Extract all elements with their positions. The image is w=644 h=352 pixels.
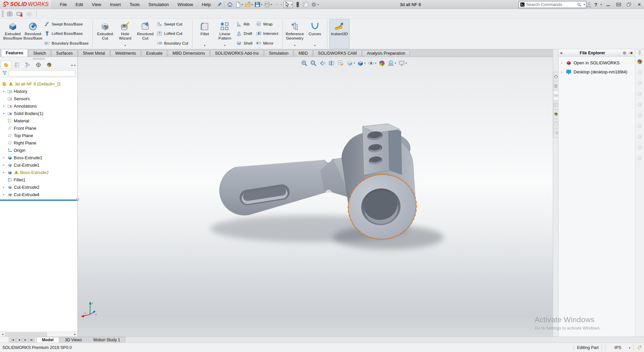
file-properties-button[interactable] bbox=[302, 1, 310, 8]
dynamic-annotation-button[interactable]: A bbox=[337, 59, 344, 67]
scroll-left-arrow[interactable]: ◄ bbox=[0, 333, 5, 336]
options-gear-button[interactable]: ▾ bbox=[310, 1, 319, 8]
edge-tool-button[interactable] bbox=[637, 134, 643, 141]
search-input[interactable] bbox=[526, 2, 576, 7]
scroll-thumb[interactable] bbox=[5, 333, 47, 336]
file-explorer-item-desktop-desktop-nm189t4[interactable]: ›Desktop (desktop-nm189t4) bbox=[558, 67, 635, 76]
panel-tab-feature-manager[interactable] bbox=[1, 61, 11, 68]
linear-pattern-button[interactable]: Linear Pattern▾ bbox=[215, 19, 235, 49]
prev-sheet-button[interactable]: ◀ bbox=[16, 338, 22, 342]
menu-tools[interactable]: Tools bbox=[125, 1, 144, 8]
dropdown-caret[interactable]: ▾ bbox=[364, 62, 366, 65]
edge-tool-button[interactable] bbox=[637, 91, 643, 98]
view-tab-3d-views[interactable]: 3D Views bbox=[60, 337, 87, 343]
panel-horizontal-scrollbar[interactable]: ◄ ► bbox=[0, 332, 77, 337]
extruded-cut-button[interactable]: Extruded Cut bbox=[95, 19, 115, 49]
lofted-boss-base-button[interactable]: Lofted Boss/Base bbox=[44, 31, 89, 37]
edge-tool-button[interactable] bbox=[637, 155, 643, 162]
revolved-boss-base-button[interactable]: Revolved Boss/Base bbox=[23, 19, 43, 49]
tab-analysis-preparation[interactable]: Analysis Preparation bbox=[362, 50, 410, 57]
filter-funnel-icon[interactable] bbox=[2, 70, 7, 76]
graphics-viewport[interactable]: A▾▾▾▾▾ bbox=[78, 57, 553, 337]
tree-item-front-plane[interactable]: Front Plane bbox=[0, 124, 77, 132]
close-button[interactable]: × bbox=[635, 1, 643, 9]
toolbar-grip[interactable] bbox=[639, 50, 641, 55]
dropdown-caret[interactable]: ▾ bbox=[406, 62, 407, 65]
dropdown-caret[interactable]: ▾ bbox=[241, 3, 243, 6]
view-tab-model[interactable]: Model bbox=[37, 337, 59, 343]
restore-button[interactable] bbox=[614, 1, 623, 9]
dropdown-caret[interactable]: ▾ bbox=[317, 3, 319, 6]
fillet-button[interactable]: Fillet▾ bbox=[195, 19, 215, 49]
dropdown-caret[interactable]: ▾ bbox=[271, 3, 272, 6]
dropdown-caret[interactable]: ▾ bbox=[291, 3, 292, 6]
tree-item-solid-bodies-1[interactable]: ▸Solid Bodies(1) bbox=[0, 110, 77, 117]
model-3d-part[interactable] bbox=[78, 57, 553, 337]
tree-item-material-not-specified[interactable]: Material bbox=[0, 117, 77, 124]
expand-arrow[interactable]: ▸ bbox=[2, 163, 6, 167]
scroll-right-arrow[interactable]: ► bbox=[72, 333, 77, 336]
tab-solidworks-add-ins[interactable]: SOLIDWORKS Add-Ins bbox=[210, 50, 264, 57]
tree-item-annotations[interactable]: ▸AAnnotations bbox=[0, 102, 77, 110]
dropdown-caret[interactable]: ▾ bbox=[280, 3, 282, 6]
hide-show-items-button[interactable]: ▾ bbox=[367, 59, 377, 67]
expand-arrow[interactable]: ▸ bbox=[2, 112, 6, 115]
menu-file[interactable]: File bbox=[55, 1, 71, 8]
panel-tab-dimxpert[interactable] bbox=[33, 61, 44, 68]
tree-item-fillet1[interactable]: Fillet1 bbox=[0, 176, 77, 183]
rebuild-button[interactable] bbox=[294, 1, 302, 8]
task-pane-tab-taskpane-home[interactable] bbox=[553, 72, 558, 81]
expand-arrow[interactable]: ▸ bbox=[2, 104, 6, 108]
minimize-button[interactable] bbox=[604, 1, 612, 9]
tree-item-sensors[interactable]: Sensors bbox=[0, 95, 77, 102]
status-units[interactable]: IPS bbox=[614, 345, 621, 350]
edge-tool-button[interactable] bbox=[637, 102, 643, 109]
dropdown-caret[interactable]: ▾ bbox=[294, 43, 296, 48]
revolved-cut-button[interactable]: Revolved Cut bbox=[135, 19, 155, 49]
mirror-button[interactable]: Mirror bbox=[256, 40, 278, 46]
curves-button[interactable]: Curves▾ bbox=[305, 19, 325, 49]
units-dropdown-caret[interactable]: ▴ bbox=[629, 346, 630, 349]
tree-root-item[interactable]: 3d all NF 8 (Default<_D bbox=[0, 80, 77, 87]
view-orientation-button[interactable]: ▾ bbox=[346, 59, 355, 67]
tab-sheet-metal[interactable]: Sheet Metal bbox=[78, 50, 110, 57]
scroll-track[interactable] bbox=[5, 332, 72, 337]
lofted-cut-button[interactable]: Lofted Cut bbox=[157, 31, 188, 37]
tag-icon[interactable] bbox=[637, 345, 642, 350]
tree-item-right-plane[interactable]: Right Plane bbox=[0, 139, 77, 146]
tab-weldments[interactable]: Weldments bbox=[110, 50, 141, 57]
hole-wizard-button[interactable]: Hole Wizard▾ bbox=[115, 19, 135, 49]
panel-tab-property-manager[interactable] bbox=[11, 61, 22, 68]
panel-tabs-scroll-left[interactable]: ◄ bbox=[70, 64, 73, 66]
select-arrow-button[interactable]: ▾ bbox=[283, 1, 293, 8]
task-pane-collapse-button[interactable]: « bbox=[560, 50, 562, 55]
last-sheet-button[interactable]: ▶| bbox=[29, 338, 35, 342]
view-settings-button[interactable]: ▾ bbox=[398, 59, 407, 67]
help-dropdown-caret[interactable]: ▾ bbox=[600, 3, 602, 6]
record-video-button[interactable] bbox=[15, 10, 23, 17]
reference-geometry-button[interactable]: Reference Geometry▾ bbox=[285, 19, 305, 49]
dropdown-caret[interactable]: ▾ bbox=[261, 3, 262, 6]
panel-tab-configuration-manager[interactable] bbox=[22, 61, 33, 68]
dropdown-caret[interactable]: ▾ bbox=[124, 43, 126, 48]
search-commands-box[interactable]: ▾ bbox=[519, 1, 586, 8]
edge-tool-button[interactable] bbox=[637, 144, 643, 152]
expand-arrow[interactable]: ▸ bbox=[2, 193, 6, 196]
draft-button[interactable]: Draft bbox=[236, 31, 252, 37]
dropdown-caret[interactable]: ▾ bbox=[314, 43, 316, 48]
edit-appearance-button[interactable] bbox=[637, 59, 643, 66]
swept-boss-base-button[interactable]: Swept Boss/Base bbox=[44, 21, 89, 27]
intersect-button[interactable]: Intersect bbox=[256, 31, 278, 37]
apply-scene-button[interactable]: ▾ bbox=[387, 59, 396, 67]
tab-sketch[interactable]: Sketch bbox=[29, 50, 51, 57]
task-pane-tab-view-palette[interactable] bbox=[553, 100, 558, 110]
dropdown-caret[interactable]: ▾ bbox=[354, 62, 355, 65]
task-pane-gear-icon[interactable] bbox=[622, 51, 627, 55]
tab-simulation[interactable]: Simulation bbox=[264, 50, 293, 57]
wrap-button[interactable]: Wrap bbox=[256, 21, 278, 27]
view-tab-motion-study-1[interactable]: Motion Study 1 bbox=[88, 337, 125, 343]
menu-help[interactable]: Help bbox=[197, 1, 215, 8]
tree-item-cut-extrude4[interactable]: ▸Cut-Extrude4 bbox=[0, 191, 77, 198]
edge-tool-button[interactable] bbox=[637, 112, 643, 119]
dropdown-caret[interactable]: ▾ bbox=[204, 43, 205, 48]
